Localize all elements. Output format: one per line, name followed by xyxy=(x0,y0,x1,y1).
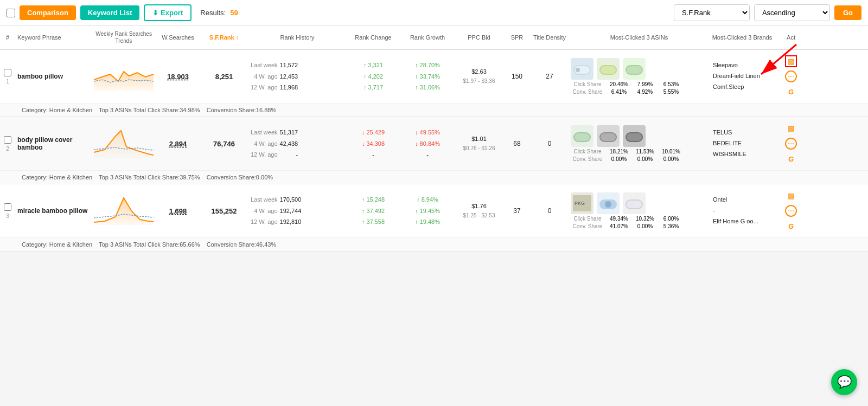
row-2-num: 2 xyxy=(2,145,13,152)
row-2-more-icon[interactable]: ⋯ xyxy=(785,138,797,150)
row-2-asins: Click Share 18.21% 11.53% 10.01% Conv. S… xyxy=(569,125,710,162)
header-rank-change: Rank Change xyxy=(346,34,400,41)
row-3-num: 3 xyxy=(2,212,13,219)
row-1-google-icon[interactable]: G xyxy=(785,86,797,98)
svg-rect-10 xyxy=(575,133,590,141)
go-button[interactable]: Go xyxy=(834,5,861,20)
row-2-spr: 68 xyxy=(503,140,531,147)
row-2-rankchange: ↓ 25,429↓ 34,308- xyxy=(346,127,400,161)
row-1-asins: Click Share 20.46% 7.99% 6.53% Conv. Sha… xyxy=(569,58,710,95)
row-1-checkbox[interactable]: 1 xyxy=(0,69,15,85)
row-1-bar-chart-icon[interactable]: ▩ xyxy=(785,55,797,67)
row-1-keyword: bamboo pillow xyxy=(15,73,91,80)
row-2-checkbox[interactable]: 2 xyxy=(0,136,15,152)
header-asins: Most-Clicked 3 ASINs xyxy=(569,34,710,41)
header-rank-history: Rank History xyxy=(248,34,346,41)
header-ppc: PPC Bid xyxy=(455,34,503,41)
row-3-trend xyxy=(91,195,156,227)
header-wsearches: W.Searches xyxy=(156,34,200,41)
keyword-list-button[interactable]: Keyword List xyxy=(80,5,140,20)
row-3-bar-chart-icon[interactable]: ▩ xyxy=(785,190,797,202)
results-label: Results: xyxy=(200,9,226,17)
row-1-rankchange: ↑ 3,321↑ 4,202↑ 3,717 xyxy=(346,60,400,94)
row-1-sfrank: 8,251 xyxy=(200,73,248,81)
svg-point-2 xyxy=(576,68,580,72)
sort-order-select[interactable]: Ascending Descending xyxy=(754,4,830,21)
row-2-category: Category: Home & Kitchen Top 3 ASINs Tot… xyxy=(0,170,868,184)
row-3-keyword: miracle bamboo pillow xyxy=(15,207,91,215)
row-1-category: Category: Home & Kitchen Top 3 ASINs Tot… xyxy=(0,103,868,117)
row-2-density: 0 xyxy=(531,140,569,147)
row-3-checkbox[interactable]: 3 xyxy=(0,203,15,219)
svg-rect-6 xyxy=(627,66,642,74)
row-1-rankhistory: Last week4 W. ago12 W. ago 11,57212,4531… xyxy=(248,60,346,94)
row-3-google-icon[interactable]: G xyxy=(785,220,797,232)
svg-rect-12 xyxy=(601,133,616,141)
svg-rect-4 xyxy=(601,66,616,74)
row-3-rankgrowth: ↑ 8.94%↑ 19.45%↑ 19.48% xyxy=(400,194,455,228)
row-1-brands: Sleepavo DreamField Linen Comf.Sleep xyxy=(710,60,775,92)
header-density: Title Density xyxy=(531,34,569,41)
row-1-density: 27 xyxy=(531,73,569,80)
sort-field-select[interactable]: S.F.Rank W.Searches Rank Change xyxy=(674,4,750,21)
row-3-spr: 37 xyxy=(503,207,531,215)
svg-text:PKG: PKG xyxy=(575,201,585,206)
svg-rect-20 xyxy=(627,201,642,208)
top-bar: Comparison Keyword List ⬇ Export Results… xyxy=(0,0,868,26)
row-1-trend xyxy=(91,61,156,92)
row-2-sfrank: 76,746 xyxy=(200,140,248,148)
header-weekly-rank: Weekly Rank Searches Trends xyxy=(91,30,156,44)
row-2-bar-chart-icon[interactable]: ▩ xyxy=(785,123,797,134)
header-keyword: Keyword Phrase xyxy=(15,34,91,41)
row-3: 3 miracle bamboo pillow xyxy=(0,184,868,252)
row-2-brands: TELUS BEDELITE WISHSMILE xyxy=(710,127,775,159)
svg-point-18 xyxy=(605,201,611,208)
header-spr: SPR xyxy=(503,34,531,41)
header-rank-growth: Rank Growth xyxy=(400,34,455,41)
results-count: 59 xyxy=(230,9,238,17)
row-2-trend xyxy=(91,128,156,159)
row-3-rankchange: ↑ 15,248↑ 37,492↑ 37,558 xyxy=(346,194,400,228)
row-2-wsearches: 2,894 xyxy=(156,140,200,148)
row-2-ppc: $1.01$0.76 - $1.26 xyxy=(455,134,503,153)
select-all-checkbox[interactable] xyxy=(7,9,15,17)
row-3-brands: Ontel - Elif Home G oo... xyxy=(710,195,775,227)
export-button[interactable]: ⬇ Export xyxy=(144,4,192,21)
row-3-rankhistory: Last week4 W. ago12 W. ago 170,500192,74… xyxy=(248,194,346,228)
row-3-ppc: $1.76$1.25 - $2.53 xyxy=(455,202,503,220)
row-2-rankgrowth: ↓ 49.55%↓ 80.84%- xyxy=(400,127,455,161)
row-1: 1 bamboo pillow xyxy=(0,50,868,117)
header-sfrank: S.F.Rank ↑ xyxy=(200,34,248,41)
row-1-more-icon[interactable]: ⋯ xyxy=(785,70,797,82)
row-1-wsearches: 18,903 xyxy=(156,73,200,81)
row-2-google-icon[interactable]: G xyxy=(785,153,797,165)
row-3-wsearches: 1,698 xyxy=(156,207,200,215)
row-1-rankgrowth: ↑ 28.70%↑ 33.74%↑ 31.06% xyxy=(400,60,455,94)
row-1-num: 1 xyxy=(2,78,13,85)
svg-rect-14 xyxy=(627,133,642,141)
row-3-category: Category: Home & Kitchen Top 3 ASINs Tot… xyxy=(0,237,868,251)
header-brands: Most-Clicked 3 Brands xyxy=(710,34,775,41)
row-3-asins: PKG Click Share 49.34% 10.32% xyxy=(569,192,710,229)
row-3-actions[interactable]: ▩ ⋯ G xyxy=(775,190,807,232)
row-2: 2 body pillow cover bamboo xyxy=(0,117,868,184)
row-3-sfrank: 155,252 xyxy=(200,207,248,215)
header-hash: # xyxy=(0,34,15,41)
row-1-spr: 150 xyxy=(503,73,531,80)
comparison-button[interactable]: Comparison xyxy=(20,5,76,20)
row-1-ppc: $2.63$1.97 - $3.36 xyxy=(455,67,503,86)
table-header: # Keyword Phrase Weekly Rank Searches Tr… xyxy=(0,26,868,50)
row-2-actions[interactable]: ▩ ⋯ G xyxy=(775,123,807,165)
header-actions: Act xyxy=(775,34,807,41)
row-2-rankhistory: Last week4 W. ago12 W. ago 51,31742,438- xyxy=(248,127,346,161)
row-2-keyword: body pillow cover bamboo xyxy=(15,136,91,151)
row-3-more-icon[interactable]: ⋯ xyxy=(785,205,797,217)
row-1-actions[interactable]: ▩ ⋯ G xyxy=(775,55,807,98)
row-3-density: 0 xyxy=(531,207,569,215)
